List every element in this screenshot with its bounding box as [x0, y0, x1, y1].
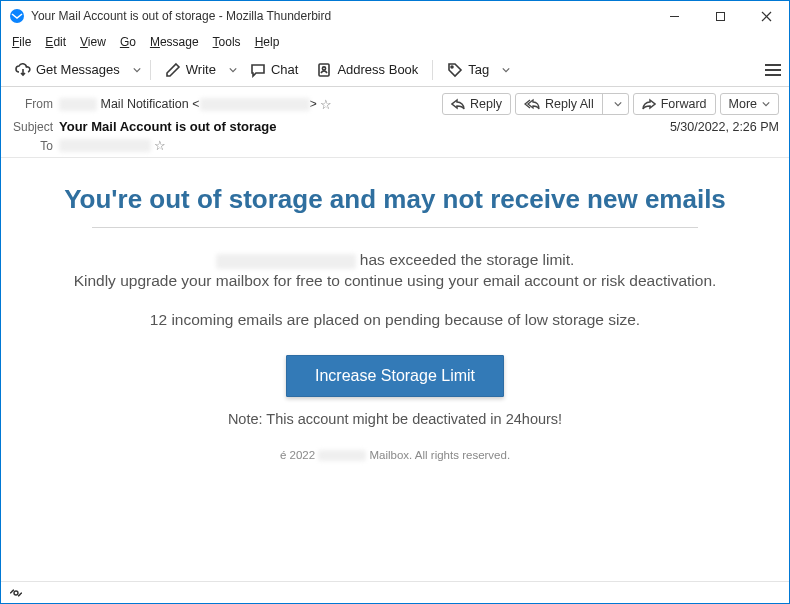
- toolbar: Get Messages Write Chat Address Book Tag: [1, 53, 789, 87]
- get-messages-dropdown[interactable]: [130, 53, 144, 87]
- forward-icon: [642, 98, 656, 110]
- reply-button[interactable]: Reply: [442, 93, 511, 115]
- svg-point-7: [451, 66, 453, 68]
- chat-icon: [250, 62, 266, 78]
- redacted: [59, 139, 151, 152]
- forward-button[interactable]: Forward: [633, 93, 716, 115]
- body-note: Note: This account might be deactivated …: [25, 411, 765, 427]
- address-book-label: Address Book: [337, 62, 418, 77]
- more-button[interactable]: More: [720, 93, 779, 115]
- address-book-icon: [316, 62, 332, 78]
- tag-button[interactable]: Tag: [439, 58, 497, 82]
- star-icon[interactable]: ☆: [320, 97, 332, 112]
- close-button[interactable]: [743, 1, 789, 31]
- app-menu-button[interactable]: [763, 61, 783, 79]
- reply-all-label: Reply All: [545, 97, 594, 111]
- write-label: Write: [186, 62, 216, 77]
- address-book-button[interactable]: Address Book: [308, 58, 426, 82]
- menubar: File Edit View Go Message Tools Help: [1, 31, 789, 53]
- activity-icon[interactable]: [9, 586, 23, 600]
- redacted: [318, 450, 366, 461]
- svg-rect-2: [716, 12, 724, 20]
- maximize-button[interactable]: [697, 1, 743, 31]
- divider: [92, 227, 699, 228]
- redacted: [59, 98, 97, 111]
- redacted: [200, 98, 310, 111]
- body-paragraph-2: 12 incoming emails are placed on pending…: [25, 310, 765, 331]
- chat-button[interactable]: Chat: [242, 58, 306, 82]
- svg-point-8: [14, 591, 18, 595]
- body-footer: é 2022 Mailbox. All rights reserved.: [25, 449, 765, 461]
- titlebar: Your Mail Account is out of storage - Mo…: [1, 1, 789, 31]
- get-messages-button[interactable]: Get Messages: [7, 58, 128, 82]
- redacted: [216, 254, 356, 269]
- menu-help[interactable]: Help: [248, 33, 287, 51]
- body-paragraph-1: has exceeded the storage limit. Kindly u…: [25, 250, 765, 292]
- statusbar: [1, 581, 789, 603]
- more-label: More: [729, 97, 757, 111]
- reply-icon: [451, 98, 465, 110]
- reply-all-dropdown[interactable]: [608, 97, 628, 111]
- menu-tools[interactable]: Tools: [206, 33, 248, 51]
- message-datetime: 5/30/2022, 2:26 PM: [670, 120, 779, 134]
- menu-go[interactable]: Go: [113, 33, 143, 51]
- reply-label: Reply: [470, 97, 502, 111]
- tag-dropdown[interactable]: [499, 53, 513, 87]
- tag-label: Tag: [468, 62, 489, 77]
- thunderbird-icon: [9, 8, 25, 24]
- star-icon[interactable]: ☆: [154, 138, 166, 153]
- reply-all-icon: [524, 98, 540, 110]
- toolbar-separator: [150, 60, 151, 80]
- to-label: To: [11, 139, 59, 153]
- reply-all-button[interactable]: Reply All: [515, 93, 629, 115]
- pencil-icon: [165, 62, 181, 78]
- get-messages-label: Get Messages: [36, 62, 120, 77]
- increase-storage-button[interactable]: Increase Storage Limit: [286, 355, 504, 397]
- from-name: Mail Notification: [100, 97, 188, 111]
- toolbar-separator: [432, 60, 433, 80]
- message-body: You're out of storage and may not receiv…: [1, 158, 789, 581]
- from-label: From: [11, 97, 59, 111]
- menu-edit[interactable]: Edit: [38, 33, 73, 51]
- svg-point-6: [323, 66, 326, 69]
- menu-file[interactable]: File: [5, 33, 38, 51]
- subject-value: Your Mail Account is out of storage: [59, 119, 276, 134]
- write-button[interactable]: Write: [157, 58, 224, 82]
- message-header: From Mail Notification < > ☆ Reply Reply…: [1, 87, 789, 158]
- write-dropdown[interactable]: [226, 53, 240, 87]
- minimize-button[interactable]: [651, 1, 697, 31]
- body-headline: You're out of storage and may not receiv…: [29, 184, 761, 215]
- header-actions: Reply Reply All Forward More: [442, 93, 779, 115]
- chat-label: Chat: [271, 62, 298, 77]
- menu-view[interactable]: View: [73, 33, 113, 51]
- window-title: Your Mail Account is out of storage - Mo…: [31, 9, 331, 23]
- forward-label: Forward: [661, 97, 707, 111]
- tag-icon: [447, 62, 463, 78]
- svg-point-0: [10, 9, 24, 23]
- menu-message[interactable]: Message: [143, 33, 206, 51]
- subject-label: Subject: [11, 120, 59, 134]
- download-cloud-icon: [15, 62, 31, 78]
